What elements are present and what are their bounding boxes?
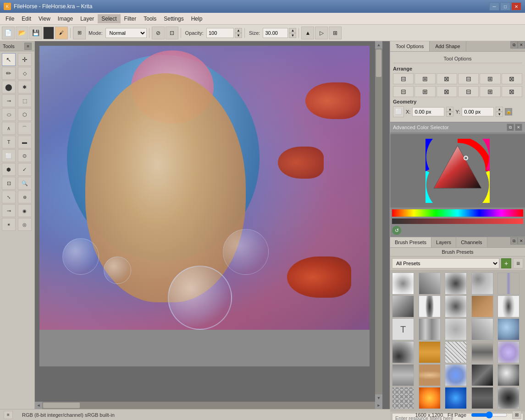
tool-assistant[interactable]: ⊛ bbox=[18, 191, 32, 203]
tools-panel-menu[interactable]: ≡ bbox=[24, 43, 32, 50]
brush-item[interactable] bbox=[497, 341, 519, 363]
color-swatch[interactable] bbox=[43, 27, 54, 39]
tab-tool-options[interactable]: Tool Options bbox=[390, 41, 430, 51]
tool-multibrush[interactable]: ✱ bbox=[18, 81, 32, 93]
tool-crop[interactable]: ⊡ bbox=[2, 177, 16, 190]
menu-tools[interactable]: Tools bbox=[140, 14, 160, 23]
saturation-bar[interactable] bbox=[392, 218, 523, 224]
color-sel-close[interactable]: ✕ bbox=[515, 124, 522, 131]
preset-menu-btn[interactable]: ≡ bbox=[513, 258, 523, 268]
brush-item[interactable] bbox=[471, 273, 493, 295]
refresh-button[interactable]: ↺ bbox=[392, 226, 401, 235]
vscrollbar[interactable]: ▲ ▼ bbox=[375, 41, 382, 402]
tool-polygon[interactable]: ⬡ bbox=[18, 108, 32, 121]
align-bottom-btn[interactable]: ⊠ bbox=[502, 73, 522, 84]
open-button[interactable]: 📂 bbox=[16, 27, 28, 39]
brush-item[interactable] bbox=[445, 341, 467, 363]
brush-item[interactable] bbox=[471, 295, 493, 317]
tab-channels[interactable]: Channels bbox=[456, 237, 487, 247]
tool-polyline[interactable]: ∧ bbox=[2, 122, 16, 135]
align-center-v-btn[interactable]: ⊞ bbox=[480, 73, 500, 84]
brush-item[interactable] bbox=[497, 318, 519, 340]
brush-item[interactable] bbox=[419, 295, 441, 317]
zoom-slider[interactable] bbox=[471, 411, 508, 419]
tool-text[interactable]: T bbox=[2, 136, 16, 148]
distribute-h-btn[interactable]: ⊞ bbox=[414, 86, 435, 97]
brush-dynamics-btn[interactable]: ▲ bbox=[301, 27, 314, 39]
brush-item[interactable] bbox=[471, 364, 493, 386]
tool-bezier[interactable]: ⌒ bbox=[18, 122, 32, 135]
x-up[interactable]: ▲ bbox=[446, 107, 453, 112]
tool-options-float[interactable]: ⧉ bbox=[510, 41, 518, 49]
opacity-down[interactable]: ▼ bbox=[235, 33, 242, 38]
maximize-button[interactable]: □ bbox=[500, 2, 510, 11]
tab-brush-presets[interactable]: Brush Presets bbox=[390, 237, 431, 247]
brush-item[interactable] bbox=[445, 364, 467, 386]
brush-item[interactable] bbox=[419, 273, 441, 295]
wrap-btn[interactable]: ⊞ bbox=[329, 27, 342, 39]
menu-help[interactable]: Help bbox=[188, 14, 206, 23]
tool-pointer[interactable]: ↖ bbox=[2, 53, 16, 66]
statusbar-left-btn[interactable]: ≡ bbox=[4, 411, 13, 419]
scroll-right-btn[interactable]: ► bbox=[375, 402, 382, 409]
brush-item[interactable] bbox=[392, 273, 414, 295]
save-button[interactable]: 💾 bbox=[29, 27, 42, 39]
opacity-input[interactable] bbox=[206, 28, 234, 38]
brush-item[interactable] bbox=[497, 295, 519, 317]
tool-selection-path[interactable]: ✓ bbox=[18, 163, 32, 176]
brush-item[interactable] bbox=[392, 295, 414, 317]
size-input[interactable] bbox=[263, 28, 288, 38]
menu-view[interactable]: View bbox=[35, 14, 54, 23]
menu-select[interactable]: Select bbox=[98, 14, 120, 23]
artwork-canvas[interactable] bbox=[39, 46, 370, 366]
tool-dynamic-brush[interactable]: ◇ bbox=[18, 67, 32, 80]
y-down[interactable]: ▼ bbox=[496, 112, 503, 117]
brush-item[interactable] bbox=[419, 318, 441, 340]
brush-item[interactable] bbox=[419, 364, 441, 386]
tool-zoom[interactable]: 🔍 bbox=[18, 177, 32, 190]
brush-item[interactable] bbox=[445, 318, 467, 340]
distribute-bottom-btn[interactable]: ⊠ bbox=[502, 86, 522, 97]
distribute-left-btn[interactable]: ⊟ bbox=[393, 86, 414, 97]
preserve-alpha-btn[interactable]: ⊡ bbox=[166, 27, 178, 39]
new-button[interactable]: 📄 bbox=[2, 27, 15, 39]
brush-item[interactable] bbox=[419, 387, 441, 409]
x-down[interactable]: ▼ bbox=[446, 112, 453, 117]
tool-options-close[interactable]: ✕ bbox=[518, 41, 525, 49]
brush-item[interactable] bbox=[392, 341, 414, 363]
erase-btn[interactable]: ⊘ bbox=[152, 27, 165, 39]
brush-item[interactable] bbox=[497, 387, 519, 409]
lock-ratio-btn[interactable]: 🔒 bbox=[505, 108, 512, 115]
menu-filter[interactable]: Filter bbox=[121, 14, 140, 23]
menu-image[interactable]: Image bbox=[54, 14, 77, 23]
mode-select[interactable]: Normal Multiply Screen bbox=[105, 28, 147, 38]
color-wheel[interactable] bbox=[426, 139, 490, 203]
brush-item[interactable] bbox=[392, 387, 414, 409]
tool-measure[interactable]: ⊸ bbox=[2, 204, 16, 217]
align-center-h-btn[interactable]: ⊞ bbox=[414, 73, 435, 84]
tab-layers[interactable]: Layers bbox=[431, 237, 456, 247]
tool-selection-ellipse[interactable]: ⊙ bbox=[18, 149, 32, 162]
hscrollbar[interactable]: ◄ ► bbox=[35, 402, 382, 409]
hue-bar[interactable] bbox=[392, 209, 523, 217]
close-button[interactable]: ✕ bbox=[511, 2, 521, 11]
statusbar-right-btn[interactable]: ⊞ bbox=[512, 411, 521, 419]
brush-item[interactable] bbox=[471, 341, 493, 363]
scroll-down-btn[interactable]: ▼ bbox=[375, 394, 382, 402]
brush-item[interactable] bbox=[471, 387, 493, 409]
scroll-left-btn[interactable]: ◄ bbox=[35, 402, 42, 409]
brush-item[interactable] bbox=[392, 364, 414, 386]
brush-item[interactable] bbox=[419, 341, 441, 363]
align-top-btn[interactable]: ⊟ bbox=[458, 73, 479, 84]
tool-fill[interactable]: ⬤ bbox=[2, 81, 16, 93]
y-up[interactable]: ▲ bbox=[496, 107, 503, 112]
menu-file[interactable]: File bbox=[2, 14, 18, 23]
tool-shape[interactable]: ⬚ bbox=[18, 94, 32, 107]
brush-item[interactable]: T bbox=[392, 318, 414, 340]
tool-selection-rect[interactable]: ⬜ bbox=[2, 149, 16, 162]
scroll-up-btn[interactable]: ▲ bbox=[375, 41, 382, 49]
tool-patch[interactable]: ◉ bbox=[18, 204, 32, 217]
distribute-top-btn[interactable]: ⊟ bbox=[458, 86, 479, 97]
tool-move[interactable]: ✛ bbox=[18, 53, 32, 66]
align-right-btn[interactable]: ⊠ bbox=[437, 73, 457, 84]
